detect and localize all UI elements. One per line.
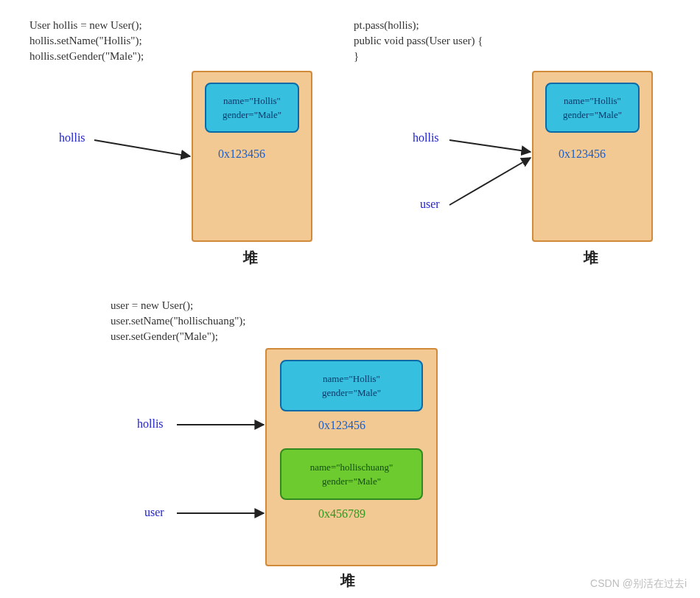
arrow-hollis-2 <box>449 140 531 152</box>
heap-label-1: 堆 <box>243 248 258 268</box>
arrow-user-2 <box>449 158 531 205</box>
address-3b: 0x456789 <box>318 507 365 521</box>
object-hollis-3: name="Hollis" gender="Male" <box>280 360 423 411</box>
arrow-hollis-1 <box>94 140 190 156</box>
code-panel1: User hollis = new User(); hollis.setName… <box>29 18 144 64</box>
ref-hollis-2: hollis <box>413 131 439 145</box>
ref-hollis-3: hollis <box>137 417 164 431</box>
object-hollis-1: name="Hollis" gender="Male" <box>205 83 299 133</box>
ref-hollis-1: hollis <box>59 131 85 145</box>
address-3a: 0x123456 <box>318 419 365 432</box>
diagram-stage: User hollis = new User(); hollis.setName… <box>0 0 700 598</box>
ref-user-3: user <box>144 506 164 519</box>
address-1: 0x123456 <box>218 147 265 161</box>
object-hollis-2: name="Hollis" gender="Male" <box>545 83 640 133</box>
code-panel2: pt.pass(hollis); public void pass(User u… <box>354 18 483 64</box>
heap-label-3: 堆 <box>340 571 355 591</box>
code-panel3: user = new User(); user.setName("hollisc… <box>111 298 245 344</box>
address-2: 0x123456 <box>559 147 606 161</box>
ref-user-2: user <box>420 198 440 211</box>
watermark: CSDN @别活在过去i <box>590 577 687 591</box>
object-user-3: name="hollischuang" gender="Male" <box>280 448 423 500</box>
heap-label-2: 堆 <box>584 248 598 268</box>
